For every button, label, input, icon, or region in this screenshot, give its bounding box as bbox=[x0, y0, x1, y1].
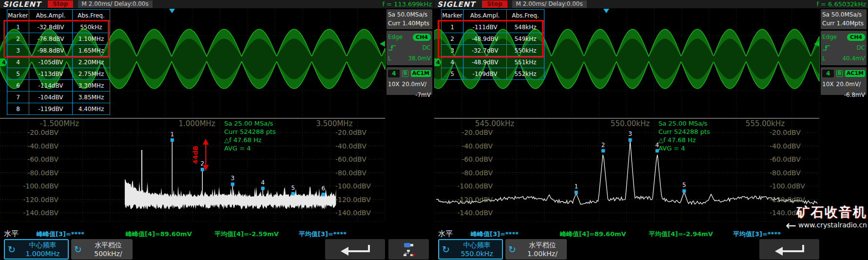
channel-info-box[interactable]: 4 B AC1M 10X 20.0mV/ -7mV bbox=[386, 67, 432, 95]
memory-depth: Curr 1.40Mpts bbox=[388, 19, 431, 28]
channel-offset: -6.8mV bbox=[844, 92, 865, 98]
table-row: 5-113dBV2.75MHz bbox=[7, 68, 110, 80]
trigger-info-box[interactable]: Edge CH4 DC L 38.0mV bbox=[386, 31, 432, 65]
return-arrow-icon bbox=[333, 242, 378, 257]
svg-text:1: 1 bbox=[574, 183, 578, 190]
probe-attenuation: 10X bbox=[822, 81, 834, 88]
sample-rate: Sa 50.0MSa/s bbox=[388, 10, 431, 19]
channel-info-box[interactable]: 4 B AC1M 10X 20.0mV/ -6.8mV bbox=[821, 67, 867, 95]
softkey-value: 1.00kHz/ bbox=[518, 249, 567, 258]
timebase-readout: M 2.00ms/ Delay:0.00s bbox=[512, 0, 587, 8]
dbv-axis-label: -100.0dBV bbox=[770, 182, 818, 190]
trigger-level-prefix: L bbox=[388, 55, 391, 62]
fft-info-block: Sa 25.00 MSa/sCurr 524288 pts△f 47.68 Hz… bbox=[658, 119, 710, 152]
channel-coupling-badge: AC1M bbox=[411, 70, 431, 77]
table-row: MarkerAbs.Ampl.Abs.Freq. bbox=[442, 10, 544, 21]
channel-coupling-badge: AC1M bbox=[845, 70, 865, 77]
measurement-value: 峰峰值[4]=89.60mV bbox=[126, 230, 192, 239]
dbv-axis-label: -120.0dBV bbox=[444, 196, 493, 204]
return-button[interactable] bbox=[759, 239, 819, 260]
volts-per-div: 20.0mV/ bbox=[402, 81, 427, 88]
svg-text:4: 4 bbox=[436, 59, 440, 66]
svg-text:5: 5 bbox=[291, 185, 295, 191]
memory-depth: Curr 1.40Mpts bbox=[822, 19, 865, 28]
measurement-value: 平均值[3]=**** bbox=[733, 230, 781, 239]
table-row: MarkerAbs.Ampl.Abs.Freq. bbox=[7, 10, 110, 21]
svg-text:44dB: 44dB bbox=[192, 146, 199, 164]
dbv-axis-label: -40.0dBV bbox=[444, 142, 493, 150]
io-status-button[interactable]: ✕ bbox=[388, 239, 429, 260]
trigger-level-value: 40.4mV bbox=[842, 55, 865, 62]
trigger-level-prefix: L bbox=[822, 55, 826, 62]
marker-highlight-box bbox=[3, 20, 109, 58]
freq-axis-label: 555.00kHz bbox=[746, 119, 785, 128]
info-line: Curr 524288 pts bbox=[658, 128, 710, 136]
trigger-source-badge: CH4 bbox=[847, 34, 865, 41]
channel-number: 4 bbox=[388, 70, 400, 77]
dbv-axis-label: -20.0dBV bbox=[444, 129, 493, 136]
dbv-axis-label: -40.0dBV bbox=[770, 142, 818, 150]
softkey-value: 1.000MHz bbox=[18, 249, 68, 258]
horizontal-menu-label: 水平 bbox=[4, 229, 19, 239]
table-row: 6-114dBV3.30MHz bbox=[7, 80, 110, 92]
dbv-axis-label: -80.0dBV bbox=[10, 169, 58, 177]
svg-text:3: 3 bbox=[231, 175, 234, 182]
horizontal-scale-softkey[interactable]: ↻ 水平档位 1.00kHz/ bbox=[505, 239, 567, 260]
lan-disconnected-icon: ✕ bbox=[403, 249, 415, 257]
trigger-type: Edge bbox=[822, 34, 837, 40]
measurement-value: 平均值[4]=-2.59mV bbox=[214, 230, 279, 239]
header-bar: SIGLENT Stop M 2.00ms/ Delay:0.00s f = 1… bbox=[0, 0, 434, 8]
svg-text:2: 2 bbox=[601, 142, 605, 149]
measurement-value: 平均值[3]=**** bbox=[299, 230, 347, 239]
table-row: 4-48.9dBV551kHz bbox=[442, 56, 544, 68]
measurement-value: 峰峰值[3]=**** bbox=[471, 230, 519, 239]
dbv-axis-label: -20.0dBV bbox=[10, 129, 58, 136]
softkey-value: 500kHz/ bbox=[84, 249, 133, 258]
svg-text:✕: ✕ bbox=[411, 252, 415, 257]
info-line: △f 47.68 Hz bbox=[658, 136, 710, 144]
info-line: Sa 25.00 MSa/s bbox=[224, 119, 276, 128]
run-state-badge[interactable]: Stop bbox=[48, 0, 73, 8]
measurement-value: 峰峰值[3]=**** bbox=[37, 230, 84, 239]
status-bar: 水平 峰峰值[3]=****峰峰值[4]=89.60mV平均值[4]=-2.94… bbox=[434, 228, 868, 239]
table-row: 8-119dBV4.40MHz bbox=[7, 103, 110, 115]
trigger-coupling: DC bbox=[422, 44, 431, 51]
svg-text:5: 5 bbox=[682, 182, 686, 188]
return-button[interactable] bbox=[325, 239, 385, 260]
table-row: 4-105dBV2.20MHz bbox=[7, 56, 110, 68]
info-line: Sa 25.00 MSa/s bbox=[658, 119, 710, 128]
freq-axis-label: -1.500MHz bbox=[40, 119, 79, 128]
horizontal-scale-softkey[interactable]: ↻ 水平档位 500kHz/ bbox=[71, 239, 133, 260]
sample-rate: Sa 50.0MSa/s bbox=[822, 10, 865, 19]
trigger-info-box[interactable]: Edge CH4 DC L 40.4mV bbox=[821, 31, 867, 65]
center-frequency-softkey[interactable]: ↻ 中心频率 1.000MHz bbox=[4, 239, 69, 260]
info-line: AVG = 4 bbox=[224, 144, 276, 152]
svg-text:1: 1 bbox=[170, 131, 174, 138]
freq-axis-label: 3.500MHz bbox=[316, 119, 352, 128]
watermark-title: 矿石收音机 bbox=[796, 204, 867, 221]
table-row: 7-104dBV3.85MHz bbox=[7, 92, 110, 103]
acquisition-info-box[interactable]: Sa 50.0MSa/s Curr 1.40Mpts bbox=[386, 9, 432, 29]
trigger-level-value: 38.0mV bbox=[408, 55, 431, 62]
run-state-badge[interactable]: Stop bbox=[482, 0, 507, 8]
softkey-title: 水平档位 bbox=[84, 241, 133, 249]
dbv-axis-label: -40.0dBV bbox=[335, 142, 384, 150]
dbv-axis-label: -20.0dBV bbox=[770, 129, 818, 136]
freq-axis-label: 550.00kHz bbox=[611, 119, 650, 128]
volts-per-div: 20.0mV/ bbox=[836, 81, 861, 88]
dbv-axis-label: -140.0dBV bbox=[10, 209, 58, 217]
channel-number: 4 bbox=[822, 70, 834, 77]
measurement-value: 平均值[4]=-2.94mV bbox=[649, 230, 713, 239]
freq-axis-label: 545.00kHz bbox=[475, 119, 514, 128]
softkey-value: 550.0kHz bbox=[452, 249, 502, 258]
dbv-axis-label: -80.0dBV bbox=[770, 169, 818, 177]
softkey-title: 中心频率 bbox=[452, 241, 502, 249]
marker-highlight-box bbox=[438, 20, 543, 58]
svg-text:2: 2 bbox=[200, 160, 204, 167]
measurement-value: 峰峰值[4]=89.60mV bbox=[560, 230, 626, 239]
center-frequency-softkey[interactable]: ↻ 中心频率 550.0kHz bbox=[438, 239, 503, 260]
acquisition-info-box[interactable]: Sa 50.0MSa/s Curr 1.40Mpts bbox=[821, 9, 867, 29]
dbv-axis-label: -80.0dBV bbox=[444, 169, 493, 177]
timebase-readout: M 2.00ms/ Delay:0.00s bbox=[78, 0, 153, 8]
info-line: AVG = 4 bbox=[658, 144, 710, 152]
